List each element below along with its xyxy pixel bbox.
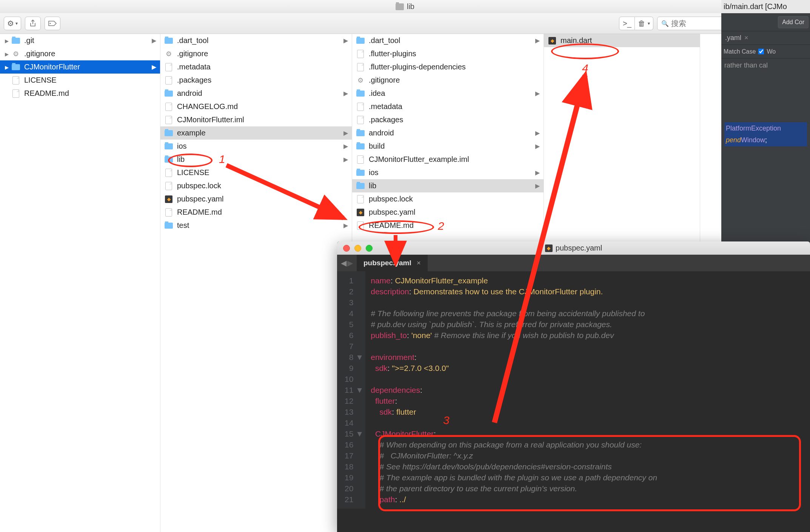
disclosure-triangle[interactable]: ▸ xyxy=(4,63,10,72)
fold-indicator[interactable]: ▼ xyxy=(356,352,361,363)
terminal-dropdown-button[interactable]: 🗑 ▾ xyxy=(635,17,653,30)
list-item[interactable]: android▶ xyxy=(160,87,352,100)
line-number: 3 xyxy=(345,297,361,308)
annotation-arrow-2-3 xyxy=(388,233,403,271)
ide-titlebar: ib/main.dart [CJMo xyxy=(721,0,810,13)
nav-forward-button[interactable]: ▶ xyxy=(347,258,353,268)
fold-indicator[interactable]: ▼ xyxy=(356,428,361,439)
svg-point-0 xyxy=(50,23,51,24)
folder-icon xyxy=(165,223,173,229)
line-number: 9 xyxy=(345,363,361,374)
list-item[interactable]: CHANGELOG.md xyxy=(160,100,352,113)
item-label: .metadata xyxy=(177,63,348,71)
list-item[interactable]: LICENSE xyxy=(0,74,160,87)
item-label: CJMonitorFlutter.iml xyxy=(177,115,348,124)
folder-icon xyxy=(356,170,365,176)
list-item[interactable]: ⚙.gitignore xyxy=(160,47,352,60)
line-number: 4 xyxy=(345,308,361,319)
finder-column-1[interactable]: ▸.git▶▸⚙.gitignore▸CJMonitorFlutter▶LICE… xyxy=(0,34,160,532)
list-item[interactable]: .dart_tool▶ xyxy=(160,34,352,47)
file-icon xyxy=(165,208,172,217)
item-label: .dart_tool xyxy=(369,36,535,45)
close-icon[interactable]: × xyxy=(744,34,748,42)
annotation-oval-4 xyxy=(551,43,619,59)
line-gutter: 1 2 3 4 5 6 7 8 ▼9 10 11 ▼12 13 14 15 ▼1… xyxy=(337,271,365,509)
folder-icon xyxy=(356,91,365,97)
list-item[interactable]: .flutter-plugins xyxy=(352,47,544,60)
list-item[interactable]: CJMonitorFlutter.iml xyxy=(160,113,352,126)
zoom-button[interactable] xyxy=(366,245,373,252)
share-icon xyxy=(29,20,36,27)
tags-button[interactable] xyxy=(45,17,60,30)
disclosure-triangle[interactable]: ▸ xyxy=(4,36,10,45)
file-icon xyxy=(357,63,364,71)
punct-token: ; xyxy=(765,136,767,144)
ide-find-bar: Match Case Wo xyxy=(721,45,810,58)
item-label: LICENSE xyxy=(24,76,156,85)
gear-icon: ⚙ xyxy=(357,77,364,84)
folder-icon xyxy=(165,38,173,44)
finder-column-2[interactable]: .dart_tool▶⚙.gitignore.metadata.packages… xyxy=(160,34,352,532)
yaml-file-icon: ◆ xyxy=(548,37,556,45)
chevron-right-icon: ▶ xyxy=(343,37,348,44)
list-item[interactable]: ▸CJMonitorFlutter▶ xyxy=(0,60,160,74)
item-label: android xyxy=(177,89,343,98)
tag-icon xyxy=(48,20,57,26)
chevron-right-icon: ▶ xyxy=(343,90,348,97)
line-number: 15 ▼ xyxy=(345,428,361,439)
svg-line-3 xyxy=(494,75,585,423)
ide-toolbar: Add Cor xyxy=(721,13,810,31)
list-item[interactable]: .packages xyxy=(160,74,352,87)
fold-indicator[interactable]: ▼ xyxy=(356,384,361,395)
action-menu-button[interactable]: ⚙ ▾ xyxy=(4,17,21,30)
minimize-button[interactable] xyxy=(354,245,361,252)
item-label: .flutter-plugins xyxy=(369,49,540,58)
share-button[interactable] xyxy=(25,17,41,30)
list-item[interactable]: ▸⚙.gitignore xyxy=(0,47,160,60)
annotation-arrow-1-2 xyxy=(223,161,355,229)
close-icon[interactable]: × xyxy=(417,259,421,267)
words-label: Wo xyxy=(767,48,776,55)
file-icon xyxy=(12,89,19,98)
list-item[interactable]: ▸.git▶ xyxy=(0,34,160,47)
list-item[interactable]: ios▶ xyxy=(160,140,352,153)
folder-icon xyxy=(165,143,173,149)
list-item[interactable]: .dart_tool▶ xyxy=(352,34,544,47)
item-label: .gitignore xyxy=(24,49,156,58)
words-checkbox[interactable] xyxy=(758,49,764,55)
annotation-oval-1 xyxy=(168,154,213,167)
list-item[interactable]: .metadata xyxy=(160,60,352,74)
file-icon xyxy=(357,195,364,203)
traffic-lights xyxy=(343,245,373,252)
ide-selection-block: PlatformException pendWindow; xyxy=(724,122,807,146)
file-icon xyxy=(357,155,364,164)
folder-icon xyxy=(356,130,365,136)
file-icon xyxy=(357,50,364,58)
folder-icon xyxy=(356,183,365,189)
folder-icon xyxy=(12,38,20,44)
file-icon xyxy=(165,169,172,177)
annotation-arrow-3-4 xyxy=(479,68,608,430)
file-icon xyxy=(165,63,172,71)
annotation-oval-2 xyxy=(359,220,434,234)
close-button[interactable] xyxy=(343,245,350,252)
ide-tab[interactable]: .yaml × xyxy=(721,31,810,45)
disclosure-triangle[interactable]: ▸ xyxy=(4,49,10,58)
list-item[interactable]: example▶ xyxy=(160,126,352,140)
finder-title: lib xyxy=(407,2,414,11)
nav-back-button[interactable]: ◀ xyxy=(341,258,346,268)
add-config-button[interactable]: Add Cor xyxy=(778,16,808,28)
search-icon: 🔍 xyxy=(661,20,669,27)
line-number: 21 xyxy=(345,494,361,505)
finder-toolbar: ⚙ ▾ >_ 🗑 ▾ 🔍 xyxy=(0,13,810,34)
item-label: .git xyxy=(24,36,152,45)
folder-icon xyxy=(396,3,404,10)
terminal-button[interactable]: >_ xyxy=(619,17,635,30)
folder-icon xyxy=(356,38,365,44)
list-item[interactable]: README.md xyxy=(0,87,160,100)
item-label: example xyxy=(177,129,343,137)
nav-buttons: ◀ ▶ xyxy=(337,255,357,271)
chevron-right-icon: ▶ xyxy=(535,37,540,44)
match-case-label: Match Case xyxy=(724,48,756,55)
chevron-right-icon: ▶ xyxy=(343,143,348,150)
